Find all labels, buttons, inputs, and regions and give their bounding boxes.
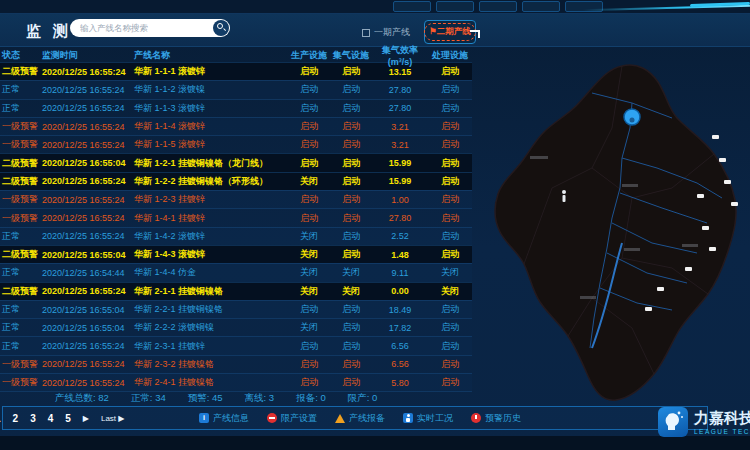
table-cell: 关闭 [288,175,330,188]
page-number[interactable]: 4 [48,413,54,424]
table-cell: 18.49 [372,305,428,315]
toolbar-button[interactable]: i产线信息 [199,412,249,425]
table-row[interactable]: 正常2020/12/25 16:55:24华新 1-1-2 滚镀镍启动启动27.… [0,80,472,98]
table-cell: 1.48 [372,250,428,260]
summary-item: 限产: 0 [348,392,378,405]
table-cell: 3.21 [372,122,428,132]
table-cell: 二级预警 [0,157,42,170]
table-cell: 关闭 [428,285,472,298]
table-row[interactable]: 一级预警2020/12/25 16:55:24华新 2-3-2 挂镀镍铬启动启动… [0,355,472,373]
table-cell: 关闭 [288,248,330,261]
table-cell: 启动 [288,303,330,316]
table-cell: 启动 [330,65,372,78]
table-row[interactable]: 正常2020/12/25 16:54:44华新 1-4-4 仿金关闭关闭9.11… [0,263,472,281]
table-row[interactable]: 二级预警2020/12/25 16:55:04华新 1-2-1 挂镀铜镍铬（龙门… [0,153,472,171]
phase1-checkbox-group[interactable]: 一期产线 [362,26,410,39]
page-number[interactable]: 2 [13,413,19,424]
table-cell: 启动 [288,138,330,151]
table-row[interactable]: 二级预警2020/12/25 16:55:04华新 1-4-3 滚镀锌关闭启动1… [0,245,472,263]
table-row[interactable]: 二级预警2020/12/25 16:55:24华新 2-1-1 挂镀铜镍铬关闭关… [0,282,472,300]
table-cell: 启动 [288,376,330,389]
table-cell: 9.11 [372,268,428,278]
search-box[interactable] [70,19,230,37]
table-cell: 华新 1-4-1 挂镀锌 [134,212,288,225]
person-icon [562,190,566,202]
top-tab [479,1,517,12]
toolbar-button[interactable]: 限产设置 [267,412,317,425]
phase2-button[interactable]: ⚑二期产线 [424,20,476,44]
toolbar-button[interactable]: 产线报备 [335,412,385,425]
column-header: 集气设施 [330,49,372,62]
table-cell: 华新 1-1-4 滚镀锌 [134,120,288,133]
table-cell: 2.52 [372,231,428,241]
table-cell: 15.99 [372,158,428,168]
table-cell: 关闭 [288,266,330,279]
table-cell: 2020/12/25 16:55:24 [42,341,134,351]
table-cell: 15.99 [372,176,428,186]
table-cell: 6.56 [372,359,428,369]
table-cell: 启动 [428,340,472,353]
table-cell: 启动 [288,65,330,78]
table-row[interactable]: 一级预警2020/12/25 16:55:24华新 1-2-3 挂镀锌启动启动1… [0,190,472,208]
last-page-button[interactable]: Last ▶ [101,414,125,423]
table-row[interactable]: 一级预警2020/12/25 16:55:24华新 2-4-1 挂镀镍铬启动启动… [0,373,472,391]
table-cell: 启动 [330,376,372,389]
search-input[interactable] [70,23,213,33]
table-cell: 一级预警 [0,193,42,206]
table-row[interactable]: 正常2020/12/25 16:55:24华新 2-3-1 挂镀锌启动启动6.5… [0,336,472,354]
table-cell: 启动 [428,376,472,389]
table-row[interactable]: 一级预警2020/12/25 16:55:24华新 1-1-4 滚镀锌启动启动3… [0,117,472,135]
table-row[interactable]: 正常2020/12/25 16:55:24华新 1-4-2 滚镀锌关闭启动2.5… [0,227,472,245]
table-cell: 启动 [428,248,472,261]
table-row[interactable]: 正常2020/12/25 16:55:04华新 2-2-1 挂镀铜镍铬启动启动1… [0,300,472,318]
table-cell: 启动 [288,212,330,225]
table-cell: 2020/12/25 16:55:24 [42,213,134,223]
table-row[interactable]: 二级预警2020/12/25 16:55:24华新 1-2-2 挂镀铜镍铬（环形… [0,172,472,190]
table-row[interactable]: 正常2020/12/25 16:55:04华新 2-2-2 滚镀铜镍关闭启动17… [0,318,472,336]
table-cell: 2020/12/25 16:55:24 [42,103,134,113]
table-cell: 1.00 [372,195,428,205]
limit-icon [267,413,277,423]
toolbar-button[interactable]: 实时工况 [403,412,453,425]
table-cell: 启动 [288,340,330,353]
page-number[interactable]: 1 [0,413,1,424]
table-cell: 华新 2-2-2 滚镀铜镍 [134,321,288,334]
table-row[interactable]: 一级预警2020/12/25 16:55:24华新 1-1-5 滚镀锌启动启动3… [0,135,472,153]
table-cell: 正常 [0,266,42,279]
table-cell: 0.00 [372,286,428,296]
table-cell: 2020/12/25 16:55:04 [42,158,134,168]
realtime-icon [403,413,413,423]
table-cell: 启动 [428,212,472,225]
page-number[interactable]: 3 [30,413,36,424]
table-cell: 2020/12/25 16:55:24 [42,231,134,241]
summary-item: 预警: 45 [188,392,223,405]
table-cell: 2020/12/25 16:55:04 [42,323,134,333]
table-cell: 6.56 [372,341,428,351]
table-cell: 启动 [428,83,472,96]
table-cell: 华新 1-1-2 滚镀镍 [134,83,288,96]
table-cell: 启动 [428,358,472,371]
table-cell: 华新 1-2-3 挂镀锌 [134,193,288,206]
table-row[interactable]: 一级预警2020/12/25 16:55:24华新 1-4-1 挂镀锌启动启动2… [0,208,472,226]
table-cell: 启动 [428,303,472,316]
column-header: 状态 [0,49,42,62]
search-button[interactable] [213,20,229,36]
table-cell: 启动 [288,157,330,170]
blue-location-marker[interactable] [624,109,640,125]
table-cell: 一级预警 [0,212,42,225]
page-number[interactable]: 5 [65,413,71,424]
next-page-button[interactable]: ▶ [83,414,89,423]
table-cell: 启动 [330,321,372,334]
phase1-checkbox[interactable] [362,29,370,37]
table-row[interactable]: 正常2020/12/25 16:55:24华新 1-1-3 滚镀锌启动启动27.… [0,99,472,117]
table-cell: 二级预警 [0,285,42,298]
table-cell: 启动 [428,120,472,133]
table-cell: 启动 [330,358,372,371]
table-body: 二级预警2020/12/25 16:55:24华新 1-1-1 滚镀锌启动启动1… [0,62,472,391]
table-cell: 二级预警 [0,175,42,188]
table-cell: 2020/12/25 16:55:24 [42,359,134,369]
toolbar-button-label: 产线报备 [349,412,385,425]
toolbar-button-label: 限产设置 [281,412,317,425]
district-map[interactable] [472,48,750,450]
table-cell: 华新 2-3-2 挂镀镍铬 [134,358,288,371]
